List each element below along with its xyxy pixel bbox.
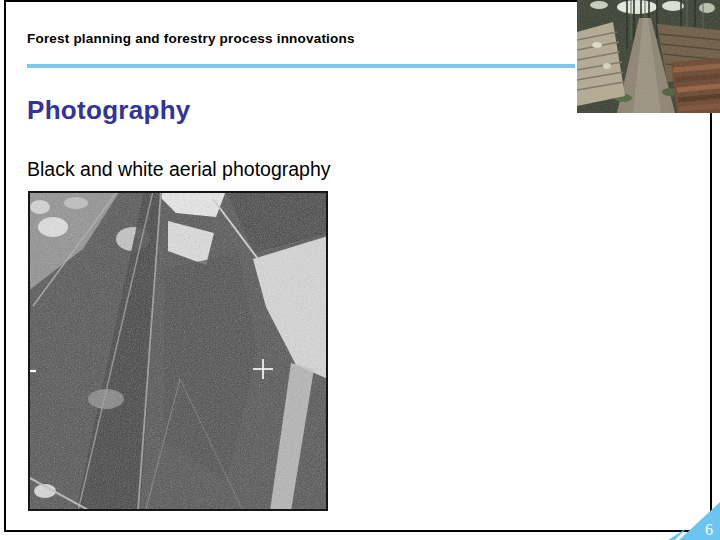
aerial-photo	[28, 191, 328, 511]
forest-road-photo	[577, 0, 720, 113]
page-number: 6	[705, 521, 713, 539]
presentation-slide: Forest planning and forestry process inn…	[0, 0, 720, 540]
corner-triangle	[679, 502, 720, 540]
slide-header: Forest planning and forestry process inn…	[27, 31, 355, 46]
corner-decoration: 6	[660, 495, 720, 540]
slide-subtitle: Black and white aerial photography	[27, 158, 331, 181]
header-divider-rule	[27, 64, 575, 68]
page-title: Photography	[27, 95, 191, 126]
